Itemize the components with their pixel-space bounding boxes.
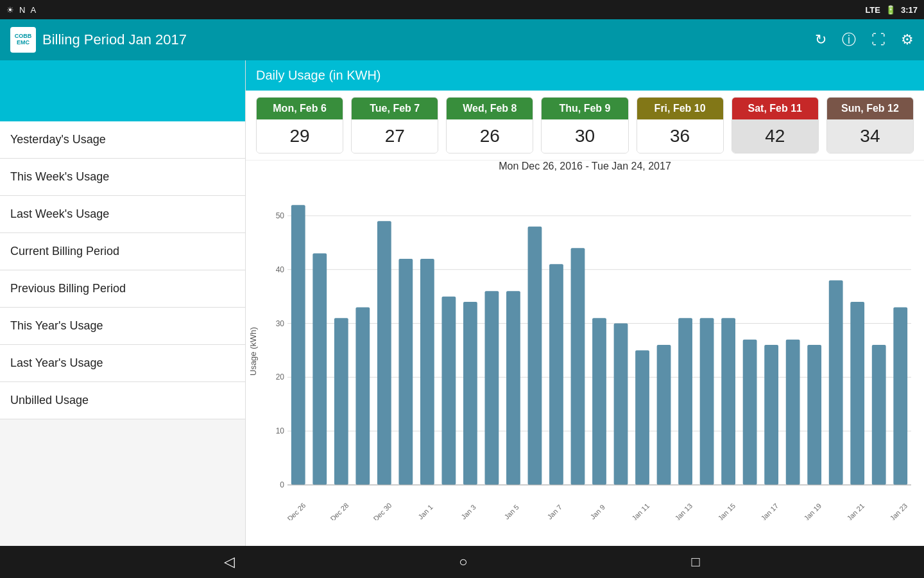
status-signal: LTE [865, 5, 880, 15]
day-card-value-0: 29 [257, 119, 343, 153]
svg-text:50: 50 [276, 211, 285, 220]
svg-rect-15 [355, 307, 370, 485]
day-card-header-3: Thu, Feb 9 [542, 98, 628, 119]
svg-text:Jan 17: Jan 17 [759, 502, 780, 520]
svg-rect-16 [377, 221, 391, 485]
svg-text:20: 20 [276, 372, 285, 381]
svg-rect-37 [829, 280, 843, 485]
svg-rect-21 [485, 291, 499, 485]
day-card-1[interactable]: Tue, Feb 7 27 [351, 97, 438, 153]
svg-rect-35 [786, 340, 800, 485]
svg-text:Dec 30: Dec 30 [372, 502, 393, 520]
fullscreen-icon[interactable]: ⛶ [871, 31, 886, 48]
svg-text:Jan 7: Jan 7 [545, 503, 563, 520]
day-card-3[interactable]: Thu, Feb 9 30 [541, 97, 628, 153]
status-icon-n: N [19, 5, 25, 15]
svg-rect-22 [506, 291, 520, 485]
day-card-value-1: 27 [352, 119, 438, 153]
svg-text:Jan 11: Jan 11 [630, 502, 651, 520]
page-title: Billing Period Jan 2017 [42, 31, 187, 48]
sidebar-spacer [0, 60, 245, 121]
svg-rect-36 [807, 345, 821, 485]
status-icon-a: A [30, 5, 36, 15]
sidebar: Yesterday's Usage This Week's Usage Last… [0, 60, 246, 546]
sidebar-item-last-week[interactable]: Last Week's Usage [0, 196, 245, 233]
sidebar-item-last-year[interactable]: Last Year's Usage [0, 345, 245, 382]
settings-icon[interactable]: ⚙ [901, 31, 914, 48]
svg-text:Jan 13: Jan 13 [673, 502, 694, 520]
info-icon[interactable]: ⓘ [842, 30, 856, 49]
day-card-0[interactable]: Mon, Feb 6 29 [256, 97, 343, 153]
svg-text:Dec 28: Dec 28 [329, 502, 350, 520]
day-card-2[interactable]: Wed, Feb 8 26 [446, 97, 533, 153]
recent-button[interactable]: □ [692, 554, 700, 570]
svg-rect-27 [614, 324, 628, 485]
svg-rect-26 [592, 318, 606, 485]
day-card-4[interactable]: Fri, Feb 10 36 [637, 97, 724, 153]
chart-subtitle: Mon Dec 26, 2016 - Tue Jan 24, 2017 [246, 161, 924, 172]
back-button[interactable]: ◁ [224, 554, 235, 570]
chart-area: Usage (kWh) 01020304050Dec 26Dec 28Dec 3… [246, 176, 924, 546]
day-card-header-6: Sun, Feb 12 [827, 98, 913, 119]
svg-rect-19 [441, 297, 456, 485]
svg-rect-38 [850, 302, 864, 485]
day-card-header-4: Fri, Feb 10 [637, 98, 723, 119]
refresh-icon[interactable]: ↻ [815, 31, 826, 48]
day-card-header-2: Wed, Feb 8 [447, 98, 533, 119]
svg-text:Jan 3: Jan 3 [459, 503, 477, 520]
svg-rect-17 [398, 259, 413, 485]
main-layout: Yesterday's Usage This Week's Usage Last… [0, 60, 924, 546]
sidebar-item-this-year[interactable]: This Year's Usage [0, 308, 245, 345]
home-button[interactable]: ○ [459, 554, 467, 570]
sidebar-item-previous-billing[interactable]: Previous Billing Period [0, 270, 245, 308]
svg-rect-20 [463, 302, 477, 485]
svg-rect-28 [635, 350, 649, 485]
sidebar-item-current-billing[interactable]: Current Billing Period [0, 233, 245, 270]
content-area: Daily Usage (in KWH) Mon, Feb 6 29 Tue, … [246, 60, 924, 546]
daily-usage-header: Daily Usage (in KWH) [246, 60, 924, 91]
day-card-6[interactable]: Sun, Feb 12 34 [826, 97, 914, 153]
day-card-value-4: 36 [637, 119, 723, 153]
day-card-header-5: Sat, Feb 11 [732, 98, 818, 119]
chart-inner: 01020304050Dec 26Dec 28Dec 30Jan 1Jan 3J… [262, 182, 918, 520]
logo: COBB EMC [10, 27, 36, 53]
sidebar-item-yesterday[interactable]: Yesterday's Usage [0, 121, 245, 159]
svg-text:40: 40 [276, 265, 285, 274]
day-card-value-6: 34 [827, 119, 913, 153]
svg-text:Dec 26: Dec 26 [286, 502, 307, 520]
svg-text:10: 10 [276, 426, 285, 435]
svg-text:Jan 23: Jan 23 [888, 502, 909, 520]
status-left-icons: ☀ N A [6, 5, 36, 15]
top-header: COBB EMC Billing Period Jan 2017 ↻ ⓘ ⛶ ⚙ [0, 19, 924, 60]
svg-rect-14 [334, 318, 348, 485]
svg-rect-32 [721, 318, 735, 485]
svg-rect-30 [678, 318, 692, 485]
status-battery: 🔋 [886, 5, 896, 15]
day-card-5[interactable]: Sat, Feb 11 42 [732, 97, 819, 153]
svg-rect-24 [549, 264, 563, 485]
bottom-nav: ◁ ○ □ [0, 546, 924, 578]
svg-text:0: 0 [280, 480, 284, 489]
svg-rect-39 [872, 345, 886, 485]
sidebar-item-unbilled[interactable]: Unbilled Usage [0, 382, 245, 419]
status-time: 3:17 [901, 5, 918, 15]
status-bar: ☀ N A LTE 🔋 3:17 [0, 0, 924, 19]
svg-rect-34 [764, 345, 778, 485]
status-icon-sun: ☀ [6, 5, 14, 15]
svg-rect-40 [893, 307, 907, 485]
svg-text:Jan 19: Jan 19 [802, 502, 823, 520]
svg-rect-25 [571, 248, 585, 485]
svg-rect-18 [420, 259, 434, 485]
svg-rect-33 [743, 340, 757, 485]
day-card-value-5: 42 [732, 119, 818, 153]
svg-rect-29 [657, 345, 671, 485]
day-card-value-2: 26 [447, 119, 533, 153]
header-left: COBB EMC Billing Period Jan 2017 [10, 27, 187, 53]
svg-rect-12 [291, 205, 305, 485]
day-card-value-3: 30 [542, 119, 628, 153]
svg-rect-31 [700, 318, 714, 485]
svg-text:30: 30 [276, 319, 285, 328]
svg-text:Jan 21: Jan 21 [845, 502, 866, 520]
chart-wrapper: Usage (kWh) 01020304050Dec 26Dec 28Dec 3… [246, 182, 918, 520]
sidebar-item-this-week[interactable]: This Week's Usage [0, 159, 245, 196]
